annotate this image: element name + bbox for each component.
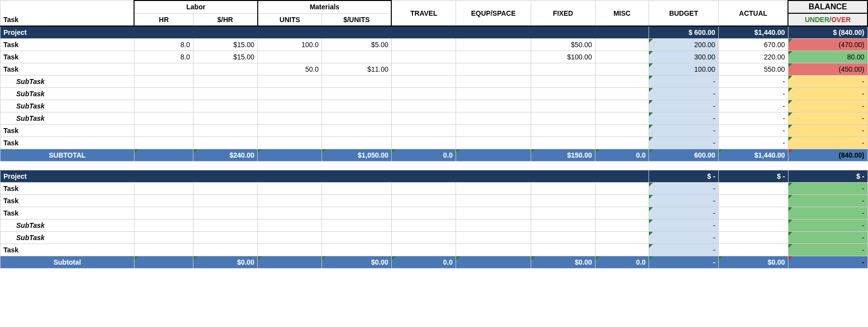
cell-equip[interactable] (456, 76, 531, 88)
row-label[interactable]: SubTask (0, 232, 135, 244)
cell-units[interactable] (258, 88, 322, 100)
cell-misc[interactable] (595, 76, 649, 88)
cell-misc[interactable] (595, 137, 649, 149)
cell-hr[interactable] (134, 183, 193, 195)
cell-travel[interactable] (391, 207, 456, 219)
cell-perunit[interactable] (322, 51, 392, 63)
cell-fixed[interactable] (531, 207, 595, 219)
cell-perhr[interactable]: $15.00 (193, 51, 258, 63)
cell-fixed[interactable] (531, 232, 595, 244)
cell-equip[interactable] (456, 112, 531, 125)
cell-perhr[interactable] (193, 76, 258, 88)
cell-misc[interactable] (595, 207, 649, 219)
project-title[interactable]: Project (0, 26, 649, 39)
cell-equip[interactable] (456, 39, 531, 51)
cell-perunit[interactable] (322, 244, 392, 256)
row-label[interactable]: Task (0, 244, 135, 256)
row-label[interactable]: Task (0, 195, 135, 207)
cell-misc[interactable] (595, 39, 649, 51)
cell-equip[interactable] (456, 100, 531, 112)
cell-fixed[interactable]: $50.00 (531, 39, 595, 51)
cell-equip[interactable] (456, 195, 531, 207)
cell-hr[interactable] (134, 219, 193, 232)
row-label[interactable]: Task (0, 39, 135, 51)
cell-equip[interactable] (456, 51, 531, 63)
cell-perhr[interactable] (193, 244, 258, 256)
cell-fixed[interactable] (531, 100, 595, 112)
cell-perunit[interactable] (322, 195, 392, 207)
cell-hr[interactable] (134, 63, 193, 76)
cell-travel[interactable] (391, 232, 456, 244)
cell-hr[interactable] (134, 88, 193, 100)
cell-travel[interactable] (391, 100, 456, 112)
cell-units[interactable] (258, 51, 322, 63)
cell-units[interactable] (258, 183, 322, 195)
cell-perhr[interactable]: $15.00 (193, 39, 258, 51)
cell-perhr[interactable] (193, 207, 258, 219)
cell-travel[interactable] (391, 183, 456, 195)
cell-perunit[interactable] (322, 112, 392, 125)
cell-units[interactable] (258, 112, 322, 125)
cell-equip[interactable] (456, 63, 531, 76)
cell-equip[interactable] (456, 244, 531, 256)
cell-fixed[interactable] (531, 137, 595, 149)
row-label[interactable]: Task (0, 183, 135, 195)
cell-fixed[interactable] (531, 183, 595, 195)
cell-units[interactable] (258, 232, 322, 244)
cell-fixed[interactable] (531, 88, 595, 100)
cell-perhr[interactable] (193, 88, 258, 100)
cell-misc[interactable] (595, 195, 649, 207)
cell-perhr[interactable] (193, 183, 258, 195)
cell-misc[interactable] (595, 125, 649, 137)
row-label[interactable]: SubTask (0, 100, 135, 112)
cell-hr[interactable] (134, 100, 193, 112)
row-label[interactable]: SubTask (0, 76, 135, 88)
cell-equip[interactable] (456, 88, 531, 100)
cell-fixed[interactable] (531, 125, 595, 137)
cell-hr[interactable] (134, 112, 193, 125)
cell-units[interactable]: 50.0 (258, 63, 322, 76)
cell-travel[interactable] (391, 112, 456, 125)
cell-fixed[interactable] (531, 219, 595, 232)
project-title[interactable]: Project (0, 170, 649, 183)
cell-travel[interactable] (391, 51, 456, 63)
cell-travel[interactable] (391, 76, 456, 88)
cell-hr[interactable]: 8.0 (134, 51, 193, 63)
cell-perhr[interactable] (193, 232, 258, 244)
cell-travel[interactable] (391, 137, 456, 149)
row-label[interactable]: SubTask (0, 219, 135, 232)
cell-fixed[interactable] (531, 112, 595, 125)
row-label[interactable]: Task (0, 125, 135, 137)
cell-perunit[interactable] (322, 125, 392, 137)
cell-equip[interactable] (456, 207, 531, 219)
cell-perunit[interactable] (322, 207, 392, 219)
cell-equip[interactable] (456, 137, 531, 149)
cell-perunit[interactable]: $11.00 (322, 63, 392, 76)
cell-perunit[interactable] (322, 219, 392, 232)
cell-hr[interactable] (134, 207, 193, 219)
cell-equip[interactable] (456, 125, 531, 137)
cell-travel[interactable] (391, 219, 456, 232)
cell-perunit[interactable]: $5.00 (322, 39, 392, 51)
cell-hr[interactable] (134, 232, 193, 244)
cell-travel[interactable] (391, 39, 456, 51)
cell-misc[interactable] (595, 219, 649, 232)
cell-hr[interactable] (134, 195, 193, 207)
cell-perhr[interactable] (193, 219, 258, 232)
row-label[interactable]: Task (0, 63, 135, 76)
row-label[interactable]: SubTask (0, 112, 135, 125)
cell-perunit[interactable] (322, 232, 392, 244)
cell-units[interactable] (258, 207, 322, 219)
cell-fixed[interactable] (531, 63, 595, 76)
cell-equip[interactable] (456, 183, 531, 195)
cell-hr[interactable] (134, 137, 193, 149)
cell-misc[interactable] (595, 244, 649, 256)
cell-units[interactable] (258, 219, 322, 232)
cell-units[interactable] (258, 100, 322, 112)
cell-units[interactable] (258, 76, 322, 88)
cell-travel[interactable] (391, 195, 456, 207)
cell-fixed[interactable] (531, 76, 595, 88)
cell-units[interactable]: 100.0 (258, 39, 322, 51)
cell-fixed[interactable] (531, 195, 595, 207)
cell-units[interactable] (258, 137, 322, 149)
